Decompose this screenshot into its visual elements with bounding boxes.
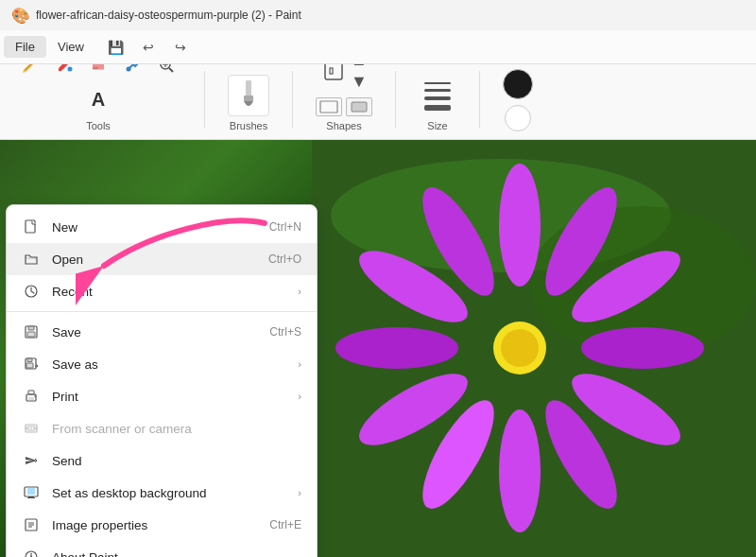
file-dropdown: New Ctrl+N Open Ctrl+O Recent › Save [6,204,318,557]
desktop-arrow: › [298,487,301,498]
text-tool-btn[interactable]: A [79,84,117,114]
svg-rect-48 [27,488,35,495]
svg-point-21 [581,327,704,369]
menu-file[interactable]: File [4,36,46,58]
menu-bar: File View 💾 ↩ ↪ [0,30,756,64]
svg-point-56 [30,553,32,555]
saveas-icon [22,355,41,374]
svg-rect-12 [330,68,333,74]
properties-shortcut: Ctrl+E [269,518,301,531]
main-canvas-area: New Ctrl+N Open Ctrl+O Recent › Save [0,140,756,557]
menu-item-properties[interactable]: Image properties Ctrl+E [7,509,317,541]
svg-point-24 [499,409,541,532]
divider-2 [292,71,293,128]
desktop-icon [22,483,41,502]
svg-rect-41 [28,391,34,394]
scanner-label: From scanner or camera [52,422,301,436]
flower-svg [312,140,756,557]
scanner-icon [22,419,41,438]
menu-toolbar: 💾 ↩ ↪ [103,34,194,61]
save-shortcut: Ctrl+S [269,325,301,339]
ribbon-group-size: Size [419,77,456,131]
svg-point-27 [335,327,458,369]
title-bar-text: flower-african-daisy-osteospermum-purple… [36,9,301,22]
primary-color[interactable] [503,69,533,99]
menu-item-scanner: From scanner or camera [7,412,317,444]
saveas-arrow: › [298,358,301,370]
size-label: Size [427,120,447,131]
brushes-btn[interactable] [228,75,269,116]
svg-point-31 [501,329,539,367]
svg-rect-3 [93,69,104,70]
menu-item-about[interactable]: About Paint [7,541,317,557]
properties-icon [22,515,41,534]
menu-item-recent[interactable]: Recent › [7,275,317,307]
menu-item-new[interactable]: New Ctrl+N [7,211,317,243]
size-line-2[interactable] [424,89,451,92]
save-toolbar-btn[interactable]: 💾 [103,34,129,61]
shapes-label: Shapes [326,120,361,131]
svg-rect-39 [26,363,33,368]
svg-rect-38 [27,358,32,362]
menu-item-print[interactable]: Print › [7,380,317,412]
outline-option[interactable] [316,97,342,116]
svg-rect-9 [246,80,251,97]
divider-3 [395,71,396,128]
new-icon [22,218,41,236]
menu-item-saveas[interactable]: Save as › [7,348,317,380]
print-arrow: › [298,391,301,402]
desktop-label: Set as desktop background [52,486,286,500]
svg-rect-14 [352,102,367,112]
size-line-3[interactable] [424,96,451,100]
svg-point-4 [127,67,131,72]
send-icon [22,451,41,470]
recent-icon [22,282,41,301]
redo-btn[interactable]: ↪ [167,34,194,61]
properties-label: Image properties [52,518,258,532]
svg-point-43 [34,395,36,397]
recent-arrow: › [298,286,301,297]
shapes-chevron-down[interactable]: ▼ [351,72,368,92]
divider-4 [479,71,480,128]
menu-item-desktop[interactable]: Set as desktop background › [7,477,317,509]
new-label: New [52,220,258,235]
save-icon [22,322,41,341]
open-label: Open [52,252,257,267]
tools-label: Tools [86,120,111,131]
menu-item-save[interactable]: Save Ctrl+S [7,316,317,348]
print-label: Print [52,390,286,404]
svg-rect-11 [325,62,342,79]
menu-item-open[interactable]: Open Ctrl+O [7,243,317,275]
about-label: About Paint [52,550,301,558]
ribbon-group-brushes: Brushes [228,75,269,131]
size-line-4[interactable] [424,105,451,111]
save-label: Save [52,325,258,339]
open-icon [22,250,41,269]
shapes-options [316,97,372,116]
svg-rect-36 [27,332,35,337]
menu-view[interactable]: View [46,36,95,58]
svg-rect-35 [28,326,34,330]
svg-line-6 [169,68,173,72]
svg-rect-10 [244,96,253,101]
size-selector[interactable] [419,77,456,116]
saveas-label: Save as [52,357,286,372]
about-icon [22,548,41,557]
svg-point-0 [68,67,73,72]
secondary-color[interactable] [505,105,531,131]
app-icon: 🎨 [11,7,28,24]
size-line-1[interactable] [424,82,451,84]
svg-point-18 [499,164,541,287]
title-bar: 🎨 flower-african-daisy-osteospermum-purp… [0,0,756,30]
send-label: Send [52,454,301,468]
brushes-label: Brushes [230,120,267,131]
undo-btn[interactable]: ↩ [135,34,162,61]
open-shortcut: Ctrl+O [268,252,301,266]
menu-item-send[interactable]: Send [7,444,317,477]
ribbon: A Tools Brushes ▲ [0,64,756,140]
recent-label: Recent [52,285,286,299]
divider-1 [204,71,205,128]
fill-option[interactable] [346,97,372,116]
print-icon [22,387,41,406]
svg-rect-42 [28,397,34,400]
